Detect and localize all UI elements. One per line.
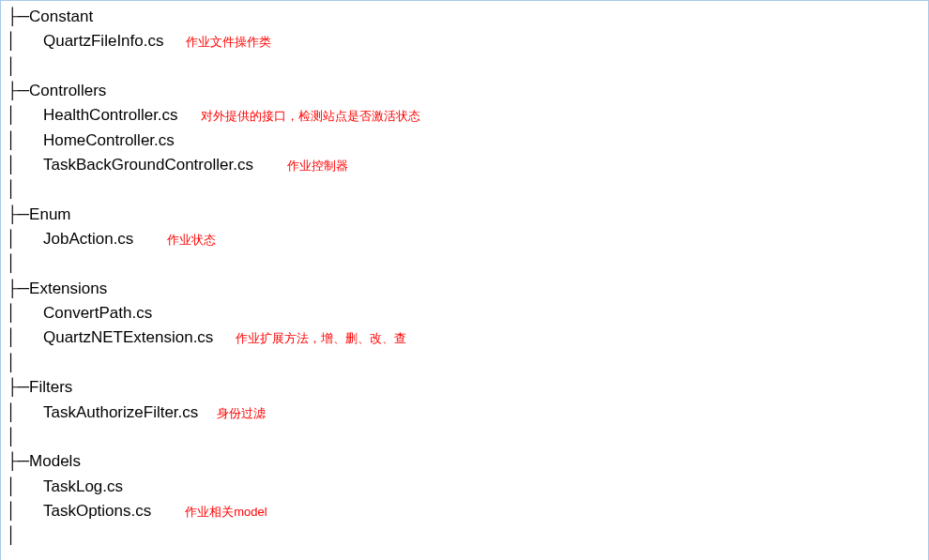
node-name: Models [29, 449, 81, 474]
file-line: │ TaskBackGroundController.cs作业控制器 [7, 153, 928, 177]
folder-line: ├─Filters [7, 375, 928, 400]
file-line: │ ConvertPath.cs [7, 301, 928, 325]
tree-prefix: │ [7, 325, 43, 350]
node-name: TaskBackGroundController.cs [43, 153, 253, 177]
tree-prefix: │ [7, 301, 43, 325]
tree-prefix: │ [7, 401, 43, 425]
annotation: 身份过滤 [217, 404, 266, 423]
annotation: 作业控制器 [287, 157, 348, 175]
tree-prefix: │ [7, 177, 17, 202]
blank-line: │ [7, 425, 928, 449]
tree-prefix: ├─ [7, 277, 29, 301]
node-name: Enum [29, 203, 70, 227]
annotation: 作业扩展方法，增、删、改、查 [236, 329, 406, 348]
tree-prefix: │ [7, 425, 17, 449]
tree-container: ├─Constant│ QuartzFileInfo.cs作业文件操作类│├─C… [7, 5, 928, 549]
blank-line: │ [7, 177, 928, 202]
node-name: HomeController.cs [43, 129, 175, 153]
tree-prefix: │ [7, 153, 43, 177]
file-line: │ TaskOptions.cs作业相关model [7, 499, 928, 523]
tree-prefix: │ [7, 251, 17, 276]
blank-line: │ [7, 54, 928, 79]
tree-prefix: ├─ [7, 5, 29, 29]
tree-prefix: │ [7, 475, 43, 499]
file-line: │ TaskAuthorizeFilter.cs身份过滤 [7, 401, 928, 425]
file-line: │ HomeController.cs [7, 129, 928, 153]
node-name: JobAction.cs [43, 227, 133, 251]
tree-prefix: │ [7, 129, 43, 153]
file-line: │ QuartzFileInfo.cs作业文件操作类 [7, 29, 928, 53]
folder-line: ├─Controllers [7, 79, 928, 103]
node-name: TaskLog.cs [43, 475, 123, 499]
node-name: QuartzFileInfo.cs [43, 29, 164, 53]
node-name: HealthController.cs [43, 103, 178, 128]
node-name: QuartzNETExtension.cs [43, 325, 213, 350]
folder-line: ├─Enum [7, 203, 928, 227]
tree-prefix: │ [7, 523, 17, 548]
tree-prefix: │ [7, 54, 17, 79]
tree-prefix: ├─ [7, 203, 29, 227]
annotation: 对外提供的接口，检测站点是否激活状态 [201, 107, 420, 126]
tree-prefix: │ [7, 227, 43, 251]
file-line: │ HealthController.cs对外提供的接口，检测站点是否激活状态 [7, 103, 928, 128]
blank-line: │ [7, 523, 928, 548]
tree-prefix: │ [7, 351, 17, 375]
tree-prefix: │ [7, 103, 43, 128]
file-line: │ QuartzNETExtension.cs作业扩展方法，增、删、改、查 [7, 325, 928, 350]
blank-line: │ [7, 351, 928, 375]
node-name: Constant [29, 5, 93, 29]
file-line: │ TaskLog.cs [7, 475, 928, 499]
folder-line: ├─Extensions [7, 277, 928, 301]
folder-line: ├─Models [7, 449, 928, 474]
tree-prefix: │ [7, 29, 43, 53]
tree-prefix: │ [7, 499, 43, 523]
tree-prefix: ├─ [7, 79, 29, 103]
node-name: Extensions [29, 277, 107, 301]
folder-line: ├─Constant [7, 5, 928, 29]
annotation: 作业文件操作类 [186, 33, 271, 52]
node-name: Controllers [29, 79, 106, 103]
annotation: 作业状态 [167, 231, 216, 250]
blank-line: │ [7, 251, 928, 276]
file-line: │ JobAction.cs作业状态 [7, 227, 928, 251]
node-name: TaskAuthorizeFilter.cs [43, 401, 198, 425]
node-name: TaskOptions.cs [43, 499, 151, 523]
tree-prefix: ├─ [7, 449, 29, 474]
annotation: 作业相关model [185, 503, 267, 522]
tree-prefix: ├─ [7, 375, 29, 400]
node-name: ConvertPath.cs [43, 301, 152, 325]
node-name: Filters [29, 375, 72, 400]
